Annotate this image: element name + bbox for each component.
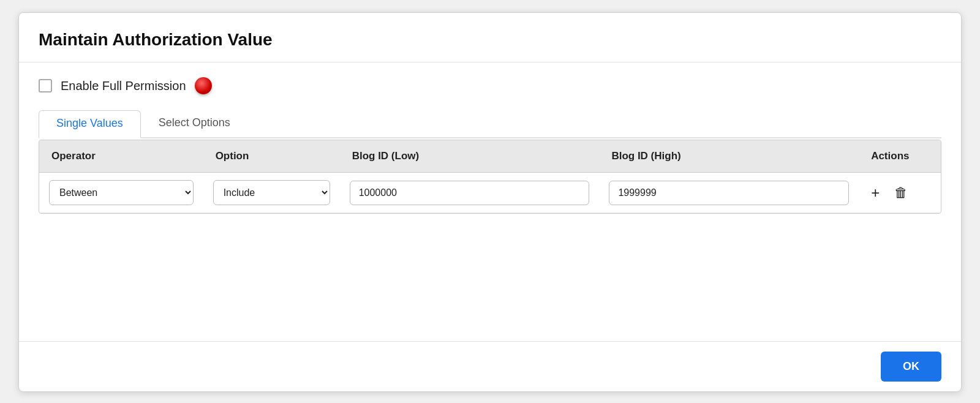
- table-row: Between Equal Not Equal Greater Than Les…: [39, 173, 941, 213]
- col-header-option: Option: [203, 140, 340, 173]
- enable-full-permission-checkbox[interactable]: [39, 79, 52, 92]
- dialog-title: Maintain Authorization Value: [39, 30, 941, 50]
- dialog-footer: OK: [19, 341, 961, 391]
- operator-select[interactable]: Between Equal Not Equal Greater Than Les…: [49, 180, 194, 205]
- table-header-row: Operator Option Blog ID (Low) Blog ID (H…: [39, 140, 941, 173]
- col-header-operator: Operator: [39, 140, 203, 173]
- col-header-actions: Actions: [859, 140, 941, 173]
- tab-select-options[interactable]: Select Options: [141, 109, 248, 137]
- red-indicator-icon: [195, 77, 212, 94]
- dialog-body: Enable Full Permission Single Values Sel…: [19, 62, 961, 341]
- table-container: Operator Option Blog ID (Low) Blog ID (H…: [39, 140, 941, 214]
- dialog-header: Maintain Authorization Value: [19, 13, 961, 62]
- delete-row-button[interactable]: 🗑: [892, 184, 910, 202]
- col-header-blog-high: Blog ID (High): [599, 140, 859, 173]
- actions-cell: + 🗑: [859, 173, 941, 213]
- blog-id-high-input[interactable]: [609, 181, 849, 205]
- blog-id-low-input[interactable]: [350, 181, 590, 205]
- data-table: Operator Option Blog ID (Low) Blog ID (H…: [39, 140, 941, 213]
- add-row-button[interactable]: +: [869, 183, 882, 203]
- blog-id-low-cell: [340, 173, 600, 213]
- blog-id-high-cell: [599, 173, 859, 213]
- permission-row: Enable Full Permission: [39, 77, 941, 94]
- operator-cell: Between Equal Not Equal Greater Than Les…: [39, 173, 203, 213]
- permission-label: Enable Full Permission: [61, 79, 186, 93]
- actions-buttons: + 🗑: [869, 183, 931, 203]
- maintain-authorization-dialog: Maintain Authorization Value Enable Full…: [18, 12, 962, 392]
- ok-button[interactable]: OK: [881, 352, 941, 382]
- tab-single-values[interactable]: Single Values: [39, 110, 141, 138]
- option-cell: Include Exclude: [203, 173, 340, 213]
- tabs-container: Single Values Select Options: [39, 109, 941, 138]
- col-header-blog-low: Blog ID (Low): [340, 140, 600, 173]
- option-select[interactable]: Include Exclude: [213, 180, 330, 205]
